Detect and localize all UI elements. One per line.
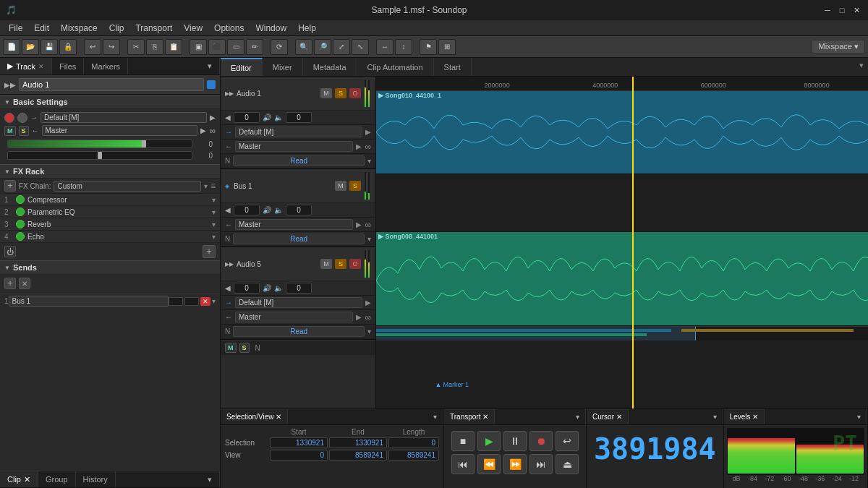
track3-arrow[interactable]: ▶▶ [225, 261, 234, 267]
volume-slider[interactable] [7, 140, 192, 148]
sends-add-btn[interactable]: + [4, 278, 16, 289]
waveform-canvas[interactable]: ▶ Song010_44100_1 ▶ Song008_ [376, 91, 868, 326]
track1-pan[interactable] [286, 112, 312, 123]
menu-transport[interactable]: Transport [129, 22, 178, 35]
track3-rec[interactable]: O [349, 259, 361, 269]
minimize-button[interactable]: ─ [822, 4, 833, 16]
track1-read-btn[interactable]: Read [233, 155, 365, 166]
track3-mute[interactable]: M [320, 259, 332, 269]
track-header-arrow[interactable]: ▶▶ [4, 81, 16, 89]
track3-read-btn[interactable]: Read [233, 326, 365, 337]
menu-file[interactable]: File [3, 22, 28, 35]
track2-output-arrow[interactable]: ← [225, 221, 232, 228]
waveform-area[interactable]: 2000000 4000000 6000000 8000000 ▶ Song01… [376, 77, 868, 408]
tp-record[interactable]: ⏺ [529, 431, 553, 451]
open-button[interactable]: 📂 [22, 39, 39, 55]
save-button[interactable]: 💾 [41, 39, 58, 55]
track1-output-arrow[interactable]: ← [225, 142, 232, 150]
master-mute[interactable]: M [225, 343, 237, 353]
menu-help[interactable]: Help [292, 22, 322, 35]
fx-power-4[interactable] [16, 232, 25, 241]
track3-output-arrow[interactable]: ← [225, 313, 232, 321]
zoom-in-button[interactable]: 🔎 [314, 39, 331, 55]
zoom-sel-button[interactable]: ⤡ [352, 39, 369, 55]
track1-gain[interactable] [234, 112, 260, 123]
track2-pan[interactable] [286, 205, 312, 215]
sv-sel-start[interactable] [270, 437, 328, 448]
copy-button[interactable]: ⎘ [146, 39, 163, 55]
tab-markers[interactable]: Markers [84, 58, 128, 74]
tp-end[interactable]: ⏭ [529, 454, 553, 474]
solo-btn[interactable]: S [19, 126, 29, 136]
tab-cursor[interactable]: Cursor ✕ [587, 409, 629, 424]
track1-mute[interactable]: M [320, 88, 332, 98]
panel-collapse[interactable]: ▾ [200, 58, 220, 74]
output-left-arrow[interactable]: ← [32, 127, 39, 134]
zoom-fit-button[interactable]: ⤢ [333, 39, 350, 55]
sv-sel-end[interactable] [329, 437, 387, 448]
track1-arrow[interactable]: ▶▶ [225, 90, 234, 97]
menu-options[interactable]: Options [208, 22, 250, 35]
fx-chain-menu[interactable]: ≡ [210, 181, 216, 191]
sends-header[interactable]: ▼ Sends [0, 260, 220, 275]
sv-sel-length[interactable] [388, 437, 439, 448]
waveform-track1[interactable]: ▶ Song010_44100_1 [376, 91, 868, 174]
record-btn[interactable] [4, 113, 14, 123]
cut-button[interactable]: ✂ [127, 39, 145, 55]
master-solo[interactable]: S [239, 343, 250, 353]
bottom-panel-collapse[interactable]: ▾ [200, 471, 220, 487]
track1-input-field[interactable]: Default [M] [235, 127, 362, 137]
redo-button[interactable]: ↪ [103, 39, 120, 55]
track3-input-expand[interactable]: ▶ [365, 299, 371, 307]
editor-expand-btn[interactable]: ▾ [855, 58, 868, 76]
track1-input-expand[interactable]: ▶ [365, 128, 371, 136]
sv-collapse[interactable]: ▾ [427, 409, 443, 424]
menu-window[interactable]: Window [250, 22, 292, 35]
maximize-button[interactable]: □ [836, 4, 848, 16]
tp-extra[interactable]: ⏏ [556, 454, 579, 474]
tab-transport[interactable]: Transport ✕ [444, 409, 495, 424]
sv-close[interactable]: ✕ [276, 413, 281, 421]
track3-solo[interactable]: S [335, 259, 346, 269]
tab-clip-close[interactable]: ✕ [24, 475, 30, 484]
pencil-button[interactable]: ✏ [246, 39, 263, 55]
track1-output-expand[interactable]: ▶ [356, 142, 362, 150]
tab-files[interactable]: Files [52, 58, 84, 74]
fx-expand-3[interactable]: ▾ [212, 221, 216, 228]
track-color-btn[interactable] [207, 80, 216, 89]
tab-selection-view[interactable]: Selection/View ✕ [221, 409, 288, 424]
tp-play[interactable]: ▶ [477, 431, 501, 451]
zoom-out-button[interactable]: 🔍 [295, 39, 312, 55]
pan-slider[interactable] [7, 151, 192, 160]
fx-expand-4[interactable]: ▾ [212, 233, 216, 241]
menu-view[interactable]: View [178, 22, 208, 35]
tp-stop[interactable]: ■ [451, 431, 475, 451]
track1-rec[interactable]: O [349, 88, 361, 98]
output-expand[interactable]: ▶ [200, 127, 206, 134]
track2-output-field[interactable]: Master [235, 219, 353, 230]
fx-chain-expand[interactable]: ▾ [204, 182, 208, 190]
tab-clip[interactable]: Clip ✕ [0, 471, 38, 487]
track2-mute[interactable]: M [335, 181, 346, 191]
track3-output-field[interactable]: Master [235, 312, 353, 322]
fx-power-2[interactable] [16, 207, 25, 216]
track1-output-field[interactable]: Master [235, 141, 353, 152]
minimap[interactable] [376, 326, 868, 341]
track3-read-expand[interactable]: ▾ [367, 328, 371, 335]
fx-rack-header[interactable]: ▼ FX Rack [0, 164, 220, 179]
zoom-h-button[interactable]: ↔ [376, 39, 393, 55]
input-field[interactable]: Default [M] [41, 112, 207, 123]
fx-expand-2[interactable]: ▾ [212, 208, 216, 216]
tab-metadata[interactable]: Metadata [303, 58, 357, 76]
track1-input-arrow[interactable]: → [225, 128, 232, 136]
track3-input-field[interactable]: Default [M] [235, 297, 362, 308]
sends-remove-btn[interactable]: ✕ [19, 278, 30, 289]
new-button[interactable]: 📄 [3, 39, 20, 55]
close-button[interactable]: ✕ [851, 4, 862, 16]
track2-read-expand[interactable]: ▾ [367, 235, 371, 243]
fx-power-1[interactable] [16, 195, 25, 204]
fx-chain-select[interactable]: Custom [54, 181, 201, 192]
sends-bus-field[interactable]: Bus 1 [9, 296, 169, 307]
sv-view-length[interactable] [388, 450, 439, 461]
tab-history[interactable]: History [76, 471, 116, 487]
